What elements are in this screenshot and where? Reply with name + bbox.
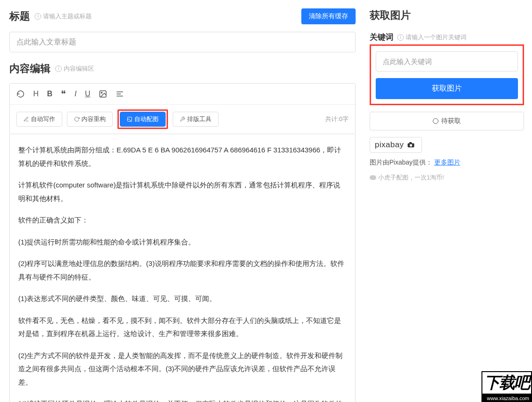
- underline-icon[interactable]: U: [85, 90, 91, 98]
- credit-prefix: 图片由Pixabay提供：: [370, 158, 432, 166]
- circle-icon: [433, 118, 438, 124]
- auto-write-label: 自动写作: [31, 115, 55, 123]
- title-hint-text: 请输入主题或标题: [43, 12, 92, 21]
- italic-icon[interactable]: I: [74, 90, 76, 98]
- content-paragraph: 软件看不见，无色，枯燥，看不见，摸不到，闻不到。软件大部分存在于人们的头脑或纸上…: [18, 314, 347, 341]
- auto-image-label: 自动配图: [134, 115, 159, 123]
- content-paragraph: (1)表达形式不同的硬件类型、颜色、味道、可见、可摸、可闻。: [18, 292, 347, 306]
- keyword-input-highlight: 获取图片: [370, 44, 524, 105]
- bold-icon[interactable]: B: [47, 90, 53, 98]
- content-edit-label: 内容编辑: [9, 62, 51, 76]
- watermark: 下载吧 www.xiazaiba.com: [481, 371, 532, 402]
- info-icon: i: [35, 13, 41, 20]
- cloud-icon: [370, 175, 376, 180]
- pixabay-text: pixabay: [375, 140, 404, 150]
- action-toolbar-row: 自动写作 内容重构 自动配图 排版工具 共计:0字: [10, 105, 355, 134]
- content-paragraph: 整个计算机系统由两部分组成：E.69DA 5 E 6 BA 9062616964…: [18, 144, 347, 170]
- watermark-url: www.xiazaiba.com: [481, 395, 532, 402]
- restructure-label: 内容重构: [81, 115, 106, 123]
- info-icon: i: [397, 34, 404, 41]
- layout-tool-button[interactable]: 排版工具: [173, 112, 219, 127]
- watermark-text: 下载吧: [481, 371, 532, 395]
- auto-image-highlight: 自动配图: [117, 109, 168, 129]
- keyword-label: 关键词: [370, 32, 394, 43]
- auto-write-button[interactable]: 自动写作: [16, 112, 62, 127]
- article-title-input[interactable]: [9, 32, 356, 52]
- sidebar-column: 获取图片 关键词 i 请输入一个图片关键词 获取图片 待获取 pixabay 图…: [370, 8, 524, 402]
- svg-point-1: [101, 92, 102, 93]
- svg-rect-8: [409, 142, 412, 144]
- align-left-icon[interactable]: [116, 90, 124, 98]
- content-paragraph: (2)生产方式不同的软件是开发，是人类智能的高发挥，而不是传统意义上的硬件制造。…: [18, 349, 347, 389]
- fetch-image-button[interactable]: 获取图片: [376, 78, 518, 99]
- word-count: 共计:0字: [325, 115, 349, 123]
- title-section-header: 标题 i 请输入主题或标题 清除所有缓存: [9, 8, 356, 24]
- content-hint-text: 内容编辑区: [64, 65, 94, 73]
- title-hint: i 请输入主题或标题: [35, 12, 92, 21]
- keyword-header: 关键词 i 请输入一个图片关键词: [370, 32, 524, 43]
- quote-icon[interactable]: ❝: [61, 88, 66, 100]
- svg-point-7: [410, 144, 412, 146]
- keyword-hint-text: 请输入一个图片关键词: [406, 33, 466, 42]
- content-paragraph: 软件的正确含义如下：: [18, 214, 347, 227]
- content-paragraph: (2)程序可以满意地处理信息的数据结构。(3)说明程序功能要求和程序需要的文档的…: [18, 257, 347, 284]
- footer-note: 小虎子配图，一次1淘币!: [370, 173, 524, 182]
- more-images-link[interactable]: 更多图片: [434, 158, 460, 166]
- main-column: 标题 i 请输入主题或标题 清除所有缓存 内容编辑 i 内容编辑区 H B ❝: [9, 8, 356, 402]
- sidebar-title: 获取图片: [370, 8, 524, 22]
- info-icon: i: [55, 65, 62, 72]
- restructure-button[interactable]: 内容重构: [67, 112, 113, 127]
- heading-icon[interactable]: H: [33, 90, 39, 98]
- pending-button[interactable]: 待获取: [370, 112, 524, 130]
- pending-label: 待获取: [441, 117, 461, 125]
- auto-image-button[interactable]: 自动配图: [120, 112, 166, 127]
- content-paragraph: 计算机软件(computer software)是指计算机系统中除硬件以外的所有…: [18, 179, 347, 205]
- credit-line: 图片由Pixabay提供： 更多图片: [370, 158, 524, 167]
- content-paragraph: (4)维护不同的硬件是旧的，理论上软件是旧的，并不坏，但实际上软件也是旧的和坏的…: [18, 397, 347, 402]
- layout-tool-label: 排版工具: [187, 115, 211, 123]
- editor-toolbar: H B ❝ I U 自动写作 内容重构: [9, 83, 356, 134]
- content-hint: i 内容编辑区: [55, 65, 94, 73]
- content-section-header: 内容编辑 i 内容编辑区: [9, 62, 356, 76]
- image-icon[interactable]: [99, 90, 107, 98]
- content-paragraph: (1)提供运行时所需功能和性能的命令或计算机程序集合。: [18, 236, 347, 249]
- undo-icon[interactable]: [16, 90, 25, 98]
- keyword-input[interactable]: [376, 51, 518, 72]
- title-label: 标题: [9, 9, 30, 23]
- footer-note-text: 小虎子配图，一次1淘币!: [378, 173, 444, 182]
- clear-cache-button[interactable]: 清除所有缓存: [301, 8, 356, 24]
- keyword-hint: i 请输入一个图片关键词: [397, 33, 466, 42]
- content-editor[interactable]: 整个计算机系统由两部分组成：E.69DA 5 E 6 BA 9062616964…: [9, 134, 356, 402]
- camera-icon: [407, 142, 417, 148]
- format-toolbar-row: H B ❝ I U: [10, 84, 355, 105]
- pixabay-logo: pixabay: [370, 137, 422, 153]
